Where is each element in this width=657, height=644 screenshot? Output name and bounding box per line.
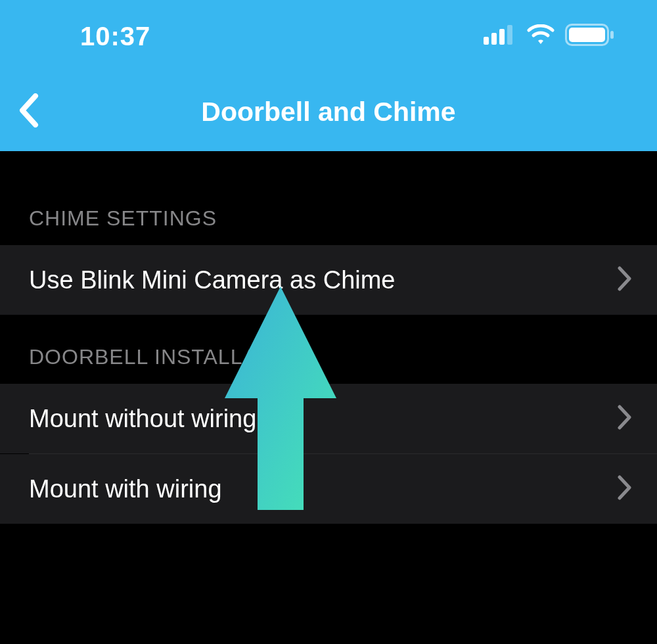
header: 10:37 [0, 0, 657, 151]
row-label: Mount without wiring [29, 405, 256, 433]
svg-rect-1 [491, 33, 497, 45]
row-label: Mount with wiring [29, 475, 222, 503]
svg-rect-2 [499, 29, 505, 45]
page-title: Doorbell and Chime [201, 97, 455, 127]
section-header-chime: CHIME SETTINGS [0, 206, 657, 231]
svg-rect-5 [569, 28, 605, 42]
svg-rect-0 [484, 37, 489, 45]
svg-rect-3 [507, 25, 512, 45]
chevron-right-icon [618, 405, 632, 432]
wifi-icon [526, 24, 556, 48]
battery-icon [565, 24, 615, 49]
chevron-left-icon [18, 93, 39, 130]
row-mount-with-wiring[interactable]: Mount with wiring [0, 454, 657, 524]
section-header-install: DOORBELL INSTALLATION [0, 345, 657, 369]
row-label: Use Blink Mini Camera as Chime [29, 266, 396, 294]
row-mount-without-wiring[interactable]: Mount without wiring [0, 384, 657, 453]
group-install: Mount without wiring Mount with wiring [0, 384, 657, 524]
back-button[interactable] [9, 92, 49, 131]
status-indicators [484, 24, 615, 49]
chevron-right-icon [618, 475, 632, 503]
cellular-signal-icon [484, 25, 516, 47]
screen: 10:37 [0, 0, 657, 644]
svg-rect-6 [610, 31, 614, 39]
nav-bar: Doorbell and Chime [0, 72, 657, 151]
status-time: 10:37 [80, 22, 150, 51]
group-chime: Use Blink Mini Camera as Chime [0, 245, 657, 315]
chevron-right-icon [618, 266, 632, 294]
status-bar: 10:37 [0, 0, 657, 72]
row-use-mini-as-chime[interactable]: Use Blink Mini Camera as Chime [0, 245, 657, 315]
